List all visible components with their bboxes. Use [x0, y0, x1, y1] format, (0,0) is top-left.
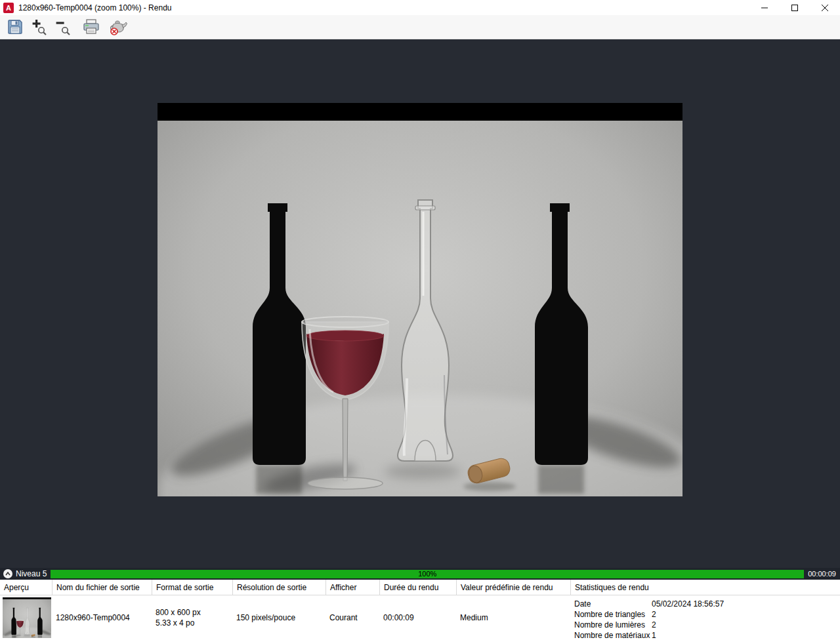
cell-duration: 00:00:09 [380, 595, 457, 640]
stat-value: 05/02/2024 18:56:57 [652, 599, 724, 609]
cell-resolution: 150 pixels/pouce [233, 595, 326, 640]
results-table-header: Aperçu Nom du fichier de sortie Format d… [0, 580, 840, 595]
thumbnail-scene [3, 597, 51, 638]
cell-preset: Medium [457, 595, 571, 640]
stat-label: Date [574, 599, 652, 609]
header-afficher: Afficher [326, 580, 380, 595]
table-row[interactable]: 1280x960-Temp0004 800 x 600 px 5.33 x 4 … [0, 595, 840, 640]
zoom-in-button[interactable] [28, 16, 50, 37]
progress-row: Niveau 5 100% 00:00:09 [0, 568, 840, 580]
print-button[interactable] [80, 16, 102, 37]
cell-apercu [0, 595, 52, 640]
save-button[interactable] [4, 16, 26, 37]
app-window: A 1280x960-Temp0004 (zoom 100%) - Rendu [0, 0, 840, 640]
maximize-icon [791, 5, 798, 11]
print-icon [82, 18, 100, 35]
stat-value: 2 [652, 609, 724, 620]
header-resolution: Résolution de sortie [233, 580, 326, 595]
window-title: 1280x960-Temp0004 (zoom 100%) - Rendu [18, 3, 171, 12]
titlebar: A 1280x960-Temp0004 (zoom 100%) - Rendu [0, 0, 840, 15]
render-thumbnail [3, 597, 51, 638]
header-format: Format de sortie [152, 580, 233, 595]
cell-file-name: 1280x960-Temp0004 [52, 595, 152, 640]
maximize-button[interactable] [780, 0, 810, 15]
progress-time: 00:00:09 [808, 570, 836, 578]
zoom-in-icon [30, 18, 47, 35]
zoom-out-icon [54, 18, 71, 35]
close-icon [822, 5, 828, 11]
minimize-icon [761, 5, 768, 11]
cell-format: 800 x 600 px 5.33 x 4 po [152, 595, 233, 640]
stat-value: 2 [652, 620, 724, 630]
render-scene [158, 103, 682, 496]
progress-bar: 100% [51, 570, 804, 578]
format-pixels: 800 x 600 px [156, 607, 201, 618]
chevron-up-icon [5, 572, 10, 576]
header-statistiques: Statistiques de rendu [571, 580, 840, 595]
minimize-button[interactable] [749, 0, 780, 15]
stat-label: Nombre de triangles [574, 609, 652, 620]
header-preset: Valeur prédéfinie de rendu [457, 580, 571, 595]
cell-statistics: Date 05/02/2024 18:56:57 Nombre de trian… [571, 595, 840, 640]
zoom-out-button[interactable] [51, 16, 74, 37]
teapot-icon [109, 18, 129, 35]
format-inches: 5.33 x 4 po [156, 618, 194, 628]
rendered-image [158, 103, 682, 496]
window-controls [749, 0, 840, 15]
render-viewport [0, 39, 840, 568]
header-apercu: Aperçu [0, 580, 52, 595]
save-icon [7, 18, 24, 35]
header-duree: Durée du rendu [380, 580, 457, 595]
app-icon: A [3, 3, 14, 13]
progress-level-label: Niveau 5 [16, 569, 47, 578]
stat-label: Nombre de lumières [574, 620, 652, 630]
progress-percent: 100% [51, 570, 804, 578]
stat-value: 1 [652, 630, 724, 640]
cell-afficher: Courant [326, 595, 380, 640]
collapse-progress-button[interactable] [3, 569, 12, 578]
close-button[interactable] [810, 0, 840, 15]
header-nom-fichier: Nom du fichier de sortie [52, 580, 152, 595]
toolbar [0, 15, 840, 39]
stat-label: Nombre de matériaux [574, 630, 652, 640]
render-statistics: Date 05/02/2024 18:56:57 Nombre de trian… [574, 599, 724, 640]
abort-render-button[interactable] [108, 16, 130, 37]
